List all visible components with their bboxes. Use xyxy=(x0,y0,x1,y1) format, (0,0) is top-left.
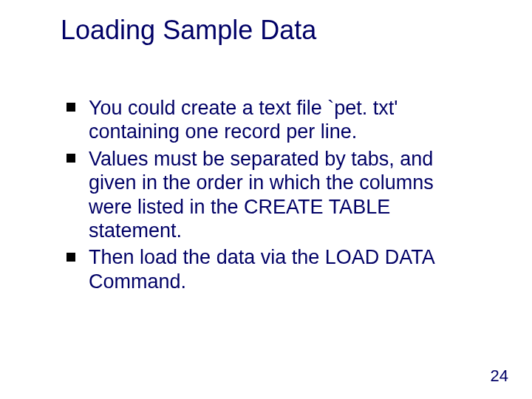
bullet-item: Values must be separated by tabs, and gi… xyxy=(66,147,480,243)
bullet-list: You could create a text file `pet. txt' … xyxy=(66,96,480,293)
slide-body: You could create a text file `pet. txt' … xyxy=(66,96,480,296)
bullet-item: Then load the data via the LOAD DATA Com… xyxy=(66,245,480,293)
slide-title: Loading Sample Data xyxy=(61,15,316,46)
page-number: 24 xyxy=(491,366,508,386)
bullet-item: You could create a text file `pet. txt' … xyxy=(66,96,480,144)
slide: Loading Sample Data You could create a t… xyxy=(0,0,532,399)
